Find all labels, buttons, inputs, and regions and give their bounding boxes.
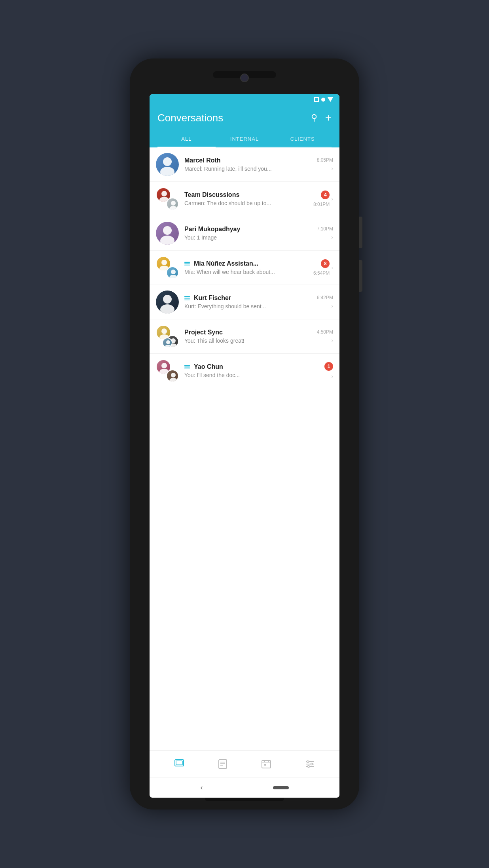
conversation-body: Mía Núñez Assistan... Mía: When will we … (184, 260, 310, 275)
nav-contacts[interactable] (211, 756, 234, 772)
avatar (156, 153, 179, 176)
svg-point-5 (169, 206, 177, 210)
status-icons (314, 97, 333, 102)
conversation-meta: 7:10PM › (317, 226, 333, 240)
name-row: Kurt Fischer (184, 294, 314, 302)
chevron-right-icon: › (331, 165, 333, 172)
conversation-body: Marcel Roth Marcel: Running late, i'll s… (184, 157, 314, 172)
svg-point-40 (308, 765, 310, 767)
list-item[interactable]: Mía Núñez Assistan... Mía: When will we … (150, 251, 339, 285)
name-row: Marcel Roth (184, 157, 314, 164)
svg-point-1 (160, 167, 174, 176)
settings-nav-icon (305, 759, 315, 769)
conversation-meta: 4 8:01PM (313, 191, 330, 207)
nav-calendar[interactable] (255, 756, 278, 772)
add-icon[interactable]: + (325, 111, 332, 124)
screen: Conversations ⚲ + ALL INTERNAL CLIENTS (150, 94, 339, 798)
tabs-bar: ALL INTERNAL CLIENTS (157, 131, 332, 147)
svg-point-4 (171, 201, 176, 206)
volume-button-2 (359, 260, 362, 292)
svg-point-6 (163, 226, 172, 235)
chevron-right-icon: › (331, 196, 333, 202)
list-item[interactable]: Team Discussions Carmen: The doc should … (150, 182, 339, 216)
avatar (156, 325, 179, 348)
header-actions: ⚲ + (311, 111, 332, 124)
stack-icon (184, 365, 190, 369)
contacts-nav-icon (218, 759, 228, 769)
conversation-meta: 8:05PM › (317, 157, 333, 172)
svg-point-23 (169, 378, 177, 382)
status-bar (150, 94, 339, 105)
svg-point-0 (163, 157, 172, 166)
list-item[interactable]: Pari Mukopadhyay You: 1 Image 7:10PM › (150, 216, 339, 251)
wifi-icon (321, 98, 325, 102)
nav-chat[interactable] (168, 756, 191, 772)
name-row: Yao Chun (184, 363, 321, 370)
conversation-body: Yao Chun You: I'll send the doc... (184, 363, 321, 378)
svg-point-22 (171, 373, 176, 377)
unread-badge: 1 (324, 362, 333, 371)
name-row: Team Discussions (184, 191, 310, 198)
svg-point-18 (166, 340, 170, 344)
name-row: Pari Mukopadhyay (184, 226, 314, 233)
tab-internal[interactable]: INTERNAL (216, 131, 274, 147)
avatar (156, 359, 179, 382)
list-item[interactable]: Marcel Roth Marcel: Running late, i'll s… (150, 147, 339, 182)
list-item[interactable]: Yao Chun You: I'll send the doc... 1 › (150, 354, 339, 388)
phone-camera (240, 74, 249, 82)
conversation-body: Pari Mukopadhyay You: 1 Image (184, 226, 314, 241)
stack-icon (184, 296, 190, 300)
volume-button (359, 217, 362, 248)
list-item[interactable]: Project Sync You: This all looks great! … (150, 319, 339, 354)
chevron-right-icon: › (331, 373, 333, 379)
phone-device: Conversations ⚲ + ALL INTERNAL CLIENTS (130, 58, 359, 810)
nav-settings[interactable] (298, 756, 321, 772)
search-icon[interactable]: ⚲ (311, 113, 317, 123)
svg-rect-26 (219, 760, 227, 768)
chevron-right-icon: › (331, 264, 333, 271)
avatar (156, 256, 179, 279)
list-item[interactable]: Kurt Fischer Kurt: Everything should be … (150, 285, 339, 319)
calendar-nav-icon (261, 759, 271, 769)
name-row: Project Sync (184, 329, 314, 336)
tab-clients[interactable]: CLIENTS (273, 131, 332, 147)
svg-point-38 (307, 760, 309, 762)
conversation-meta: 6:42PM › (317, 295, 333, 309)
name-row: Mía Núñez Assistan... (184, 260, 310, 267)
svg-point-14 (161, 328, 167, 334)
svg-point-20 (161, 363, 167, 368)
tab-all[interactable]: ALL (157, 131, 216, 147)
svg-rect-30 (262, 760, 271, 768)
page-title: Conversations (157, 112, 223, 124)
conversation-meta: 4:50PM › (317, 329, 333, 343)
battery-icon (328, 97, 333, 102)
conversation-body: Kurt Fischer Kurt: Everything should be … (184, 294, 314, 309)
chevron-right-icon: › (331, 337, 333, 343)
svg-point-13 (160, 304, 174, 313)
conversation-meta: 1 › (324, 362, 333, 379)
svg-point-7 (160, 236, 174, 245)
chat-nav-icon (174, 759, 184, 769)
avatar (156, 222, 179, 245)
conversation-list: Marcel Roth Marcel: Running late, i'll s… (150, 147, 339, 750)
svg-rect-34 (264, 764, 266, 766)
conversation-body: Project Sync You: This all looks great! (184, 329, 314, 344)
conversation-meta: 8 6:54PM (313, 259, 330, 276)
chevron-right-icon: › (331, 303, 333, 309)
back-button[interactable]: ‹ (201, 783, 203, 792)
svg-point-39 (311, 763, 313, 765)
android-nav-bar: ‹ (150, 777, 339, 798)
chevron-right-icon: › (331, 234, 333, 240)
header-row: Conversations ⚲ + (157, 111, 332, 124)
home-button[interactable] (273, 786, 289, 789)
app-header: Conversations ⚲ + ALL INTERNAL CLIENTS (150, 105, 339, 147)
svg-rect-25 (176, 761, 182, 765)
svg-point-8 (161, 260, 167, 265)
unread-badge: 8 (321, 259, 330, 268)
svg-point-12 (163, 295, 172, 304)
conversation-body: Team Discussions Carmen: The doc should … (184, 191, 310, 206)
svg-point-2 (161, 191, 167, 196)
bottom-nav (150, 750, 339, 777)
stack-icon (184, 262, 190, 266)
avatar (156, 187, 179, 210)
